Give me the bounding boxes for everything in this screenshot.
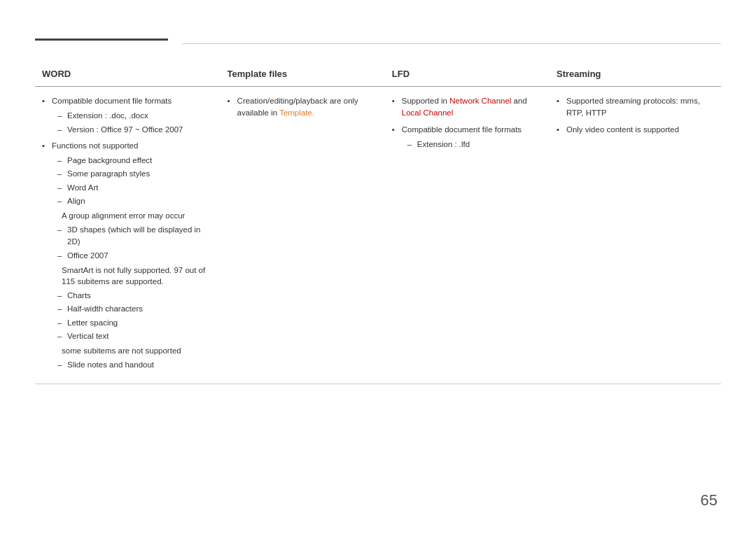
- header-lfd: LFD: [385, 63, 550, 87]
- streaming-list-item-video: Only video content is supported: [556, 124, 714, 136]
- word-sub-extension: Extension : .doc, .docx: [57, 110, 214, 122]
- lfd-list-item-supported: Supported in Network Channel and Local C…: [392, 95, 542, 120]
- word-sub-page-bg: Page background effect: [57, 155, 214, 167]
- lfd-supported-prefix: Supported in: [402, 97, 449, 105]
- lfd-list-item-compatible: Compatible document file formats Extensi…: [392, 124, 542, 151]
- template-cell: Creation/editing/playback are only avail…: [220, 87, 385, 384]
- word-smartart-note: SmartArt is not fully supported. 97 out …: [52, 265, 214, 287]
- word-sub-letter-spacing: Letter spacing: [57, 317, 214, 329]
- page-number: 65: [701, 491, 718, 510]
- lfd-local-channel: Local Channel: [402, 108, 454, 117]
- lfd-sub-extension: Extension : .lfd: [407, 139, 542, 150]
- word-sub-charts: Charts: [57, 290, 214, 302]
- header-word: WORD: [35, 63, 220, 87]
- word-sub-version: Version : Office 97 ~ Office 2007: [57, 124, 214, 136]
- word-list-item-functions: Functions not supported Page background …: [42, 140, 214, 372]
- top-bar-accent: [35, 38, 168, 41]
- word-sub-para-styles: Some paragraph styles: [57, 168, 214, 180]
- word-list-item-compatible: Compatible document file formats Extensi…: [42, 95, 214, 136]
- lfd-cell: Supported in Network Channel and Local C…: [385, 87, 550, 384]
- word-sub-slide-notes: Slide notes and handout: [57, 359, 214, 371]
- word-vertical-note: some subitems are not supported: [52, 345, 214, 356]
- lfd-connector: and: [511, 97, 526, 105]
- main-table: WORD Template files LFD Streaming Compat…: [35, 63, 721, 384]
- lfd-network-channel: Network Channel: [449, 97, 511, 105]
- template-text-link: Template.: [279, 108, 314, 117]
- top-line: [182, 43, 721, 44]
- word-align-note: A group alignment error may occur: [52, 210, 214, 221]
- streaming-list-item-protocols: Supported streaming protocols: mms, RTP,…: [556, 95, 714, 120]
- streaming-cell: Supported streaming protocols: mms, RTP,…: [550, 87, 721, 384]
- header-streaming: Streaming: [550, 63, 721, 87]
- word-sub-3d-shapes: 3D shapes (which will be displayed in 2D…: [57, 224, 214, 248]
- word-sub-halfwidth: Half-width characters: [57, 303, 214, 315]
- header-template: Template files: [220, 63, 385, 87]
- word-sub-align: Align: [57, 195, 214, 207]
- word-sub-office: Office 2007: [57, 250, 214, 262]
- word-sub-word-art: Word Art: [57, 182, 214, 194]
- word-sub-vertical-text: Vertical text: [57, 330, 214, 342]
- template-list-item: Creation/editing/playback are only avail…: [227, 95, 378, 120]
- page-container: WORD Template files LFD Streaming Compat…: [0, 0, 756, 534]
- word-cell: Compatible document file formats Extensi…: [35, 87, 220, 384]
